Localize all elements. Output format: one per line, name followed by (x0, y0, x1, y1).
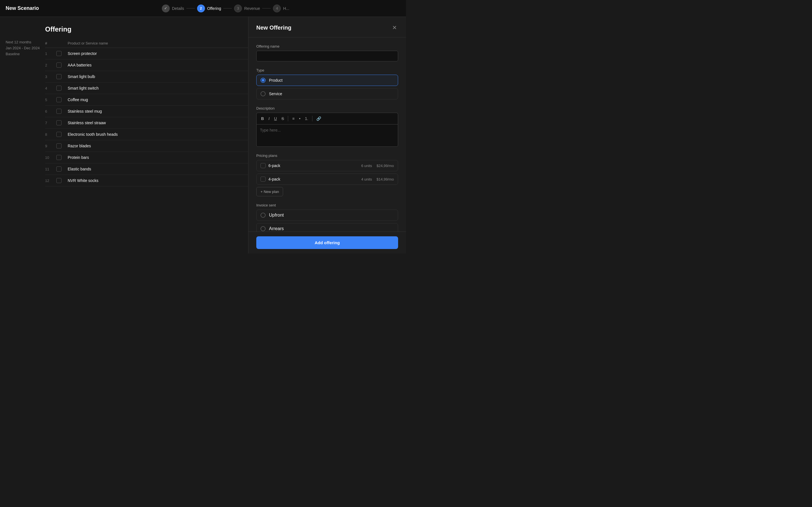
plan-details: 4 units $14,99/mo (361, 177, 394, 181)
description-section: Description B I U S ≡ • 1. 🔗 Type here..… (256, 106, 398, 147)
step-4[interactable]: 4 H... (273, 4, 289, 12)
row-checkbox[interactable] (56, 132, 61, 137)
stepper: ✓ Details 2 Offering 3 Revenue 4 H... (162, 4, 289, 12)
row-number: 3 (45, 75, 56, 79)
plan-name: 4-pack (268, 177, 358, 181)
step-circle-revenue: 3 (234, 4, 242, 12)
row-checkbox[interactable] (56, 51, 61, 56)
new-offering-modal: New Offering ✕ Offering name Type Produc… (248, 17, 406, 253)
toolbar-italic[interactable]: I (267, 115, 271, 122)
sidebar-baseline: Baseline (6, 51, 40, 57)
step-details[interactable]: ✓ Details (162, 4, 184, 12)
plan-units: 6 units (361, 164, 372, 168)
connector-3 (262, 8, 271, 8)
offering-name-label: Offering name (256, 44, 398, 48)
pricing-plans-list: 6-pack 6 units $24,99/mo 4-pack 4 units … (256, 160, 398, 185)
offering-name-section: Offering name (256, 44, 398, 61)
row-number: 7 (45, 121, 56, 125)
toolbar-sep-2 (312, 116, 312, 121)
plan-price: $14,99/mo (377, 177, 394, 181)
row-number: 9 (45, 144, 56, 148)
toolbar-list-ordered[interactable]: 1. (303, 115, 310, 122)
step-circle-offering: 2 (197, 4, 205, 12)
modal-header: New Offering ✕ (248, 17, 406, 38)
sidebar-info: Next 12 months Jan 2024 - Dec 2024 Basel… (6, 40, 40, 57)
modal-title: New Offering (256, 24, 291, 31)
row-checkbox[interactable] (56, 144, 61, 149)
plan-checkbox[interactable] (260, 177, 266, 182)
description-editor[interactable]: Type here... (256, 124, 398, 147)
row-number: 6 (45, 109, 56, 114)
step-offering[interactable]: 2 Offering (197, 4, 221, 12)
plan-details: 6 units $24,99/mo (361, 164, 394, 168)
plan-price: $24,99/mo (377, 164, 394, 168)
row-checkbox[interactable] (56, 62, 61, 68)
modal-footer: Add offering (248, 231, 406, 253)
invoice-option-label: Arrears (269, 226, 284, 231)
step-label-offering: Offering (207, 6, 221, 11)
invoice-option-upfront[interactable]: Upfront (256, 210, 398, 221)
step-label-revenue: Revenue (244, 6, 260, 11)
connector-1 (186, 8, 195, 8)
toolbar-link[interactable]: 🔗 (315, 115, 323, 122)
sidebar-period: Next 12 months (6, 40, 40, 45)
plan-name: 6-pack (268, 163, 358, 168)
invoice-option-arrears[interactable]: Arrears (256, 223, 398, 231)
row-checkbox[interactable] (56, 155, 61, 160)
step-revenue[interactable]: 3 Revenue (234, 4, 260, 12)
toolbar-bold[interactable]: B (259, 115, 266, 122)
modal-body: Offering name Type Product Service (248, 38, 406, 231)
invoice-radio-circle (260, 213, 266, 218)
row-number: 1 (45, 52, 56, 56)
close-button[interactable]: ✕ (391, 24, 398, 32)
pricing-plan-item[interactable]: 4-pack 4 units $14,99/mo (256, 173, 398, 185)
row-number: 10 (45, 156, 56, 160)
type-radio-group: Product Service (256, 75, 398, 100)
pricing-plans-section: Pricing plans 6-pack 6 units $24,99/mo 4… (256, 154, 398, 196)
type-section: Type Product Service (256, 68, 398, 100)
add-offering-button[interactable]: Add offering (256, 236, 398, 249)
row-checkbox[interactable] (56, 166, 61, 172)
toolbar-list-unordered[interactable]: • (297, 115, 302, 122)
type-option-service[interactable]: Service (256, 88, 398, 100)
pricing-plans-label: Pricing plans (256, 154, 398, 158)
row-checkbox[interactable] (56, 178, 61, 183)
row-checkbox[interactable] (56, 97, 61, 102)
type-label: Type (256, 68, 398, 72)
invoice-sent-section: Invoice sent Upfront Arrears (256, 203, 398, 231)
type-option-product[interactable]: Product (256, 75, 398, 86)
plan-units: 4 units (361, 177, 372, 181)
step-circle-4: 4 (273, 4, 281, 12)
main-content: Next 12 months Jan 2024 - Dec 2024 Basel… (0, 17, 406, 253)
radio-circle-service (260, 91, 266, 96)
connector-2 (223, 8, 232, 8)
invoice-options-list: Upfront Arrears (256, 210, 398, 231)
pricing-plan-item[interactable]: 6-pack 6 units $24,99/mo (256, 160, 398, 171)
row-number: 5 (45, 98, 56, 102)
toolbar-sep-1 (288, 116, 288, 121)
row-checkbox[interactable] (56, 120, 61, 125)
row-number: 12 (45, 179, 56, 183)
row-checkbox[interactable] (56, 86, 61, 91)
plan-checkbox[interactable] (260, 163, 266, 168)
row-number: 2 (45, 63, 56, 67)
page-title: New Scenario (6, 5, 51, 11)
toolbar-strikethrough[interactable]: S (280, 115, 286, 122)
toolbar-underline[interactable]: U (272, 115, 278, 122)
invoice-sent-label: Invoice sent (256, 203, 398, 207)
radio-label-product: Product (269, 78, 283, 82)
step-circle-details: ✓ (162, 4, 170, 12)
offering-name-input[interactable] (256, 51, 398, 61)
row-checkbox[interactable] (56, 109, 61, 114)
invoice-radio-circle (260, 226, 266, 231)
top-bar: New Scenario ✓ Details 2 Offering 3 Reve… (0, 0, 406, 17)
row-number: 4 (45, 86, 56, 91)
row-checkbox[interactable] (56, 74, 61, 79)
new-plan-button[interactable]: + New plan (256, 187, 283, 196)
radio-label-service: Service (269, 92, 282, 96)
step-label-4: H... (283, 6, 289, 11)
radio-circle-product (260, 78, 266, 83)
description-label: Description (256, 106, 398, 110)
toolbar-list-bullet[interactable]: ≡ (290, 115, 296, 122)
invoice-option-label: Upfront (269, 213, 284, 218)
